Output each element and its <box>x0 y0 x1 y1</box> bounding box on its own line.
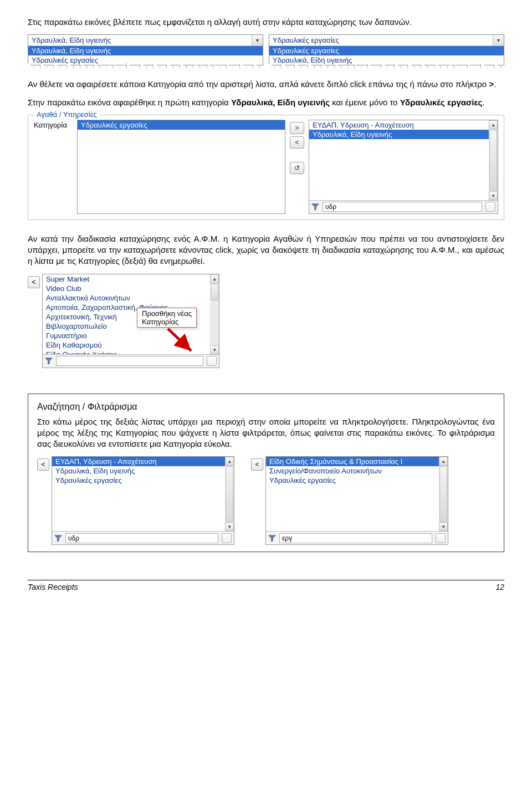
list-item[interactable]: Super Market <box>43 274 219 284</box>
refresh-icon: ↺ <box>294 164 300 172</box>
text: . <box>482 98 484 107</box>
page-number: 12 <box>495 583 504 591</box>
add-category-button[interactable] <box>207 356 217 366</box>
text: . <box>494 79 496 89</box>
scrollbar[interactable]: ▴ ▾ <box>489 120 498 200</box>
filter-input[interactable] <box>65 533 218 543</box>
scroll-up-icon[interactable]: ▴ <box>439 457 448 466</box>
clear-filter-button[interactable] <box>222 533 232 543</box>
paragraph: Αν κατά την διαδικασία καταχώρησης ενός … <box>28 233 504 267</box>
tooltip: Προσθήκη νέας Κατηγορίας <box>137 308 197 328</box>
category-listbox[interactable]: Super Market Video Club Ανταλλακτικά Αυτ… <box>42 274 219 368</box>
scroll-up-icon[interactable]: ▴ <box>225 457 234 466</box>
filter-bar <box>52 531 234 544</box>
fieldset-legend: Αγαθά / Υπηρεσίες <box>34 110 100 119</box>
list-item[interactable]: Υδραυλικά, Είδη υγιεινής <box>28 46 263 55</box>
funnel-icon <box>311 203 319 211</box>
figure-two-comboboxes: Υδραυλικά, Είδη υγιεινής ▾ Υδραυλικά, Εί… <box>28 34 504 65</box>
scroll-thumb[interactable] <box>211 284 218 300</box>
paragraph: Στις παρακάτω εικόνες βλέπετε πως εμφανί… <box>28 17 504 28</box>
scroll-down-icon[interactable]: ▾ <box>210 345 219 354</box>
funnel-icon <box>54 534 62 542</box>
frame-body: Στο κάτω μέρος της δεξιάς λίστας υπάρχει… <box>37 416 495 450</box>
callout-arrow-icon <box>165 325 198 359</box>
scroll-thumb[interactable] <box>439 466 447 522</box>
left-combobox[interactable]: Υδραυλικά, Είδη υγιεινής ▾ Υδραυλικά, Εί… <box>28 34 263 65</box>
paragraph: Στην παρακάτω εικόνα αφαιρέθηκε η πρώτη … <box>28 97 504 108</box>
text: Αν θέλετε να αφαιρέσετε κάποια Κατηγορία… <box>28 79 489 89</box>
search-filter-box: Αναζήτηση / Φιλτράρισμα Στο κάτω μέρος τ… <box>28 394 504 553</box>
funnel-icon <box>268 534 276 542</box>
list-item[interactable]: Υδραυλικές εργασίες <box>52 476 234 485</box>
scrollbar[interactable]: ▴ ▾ <box>439 457 448 531</box>
filter-example-left[interactable]: ΕΥΔΑΠ, Υδρευση - Αποχέτευση Υδραυλικά, Ε… <box>52 456 234 545</box>
scrollbar[interactable]: ▴ ▾ <box>225 457 234 531</box>
expand-button[interactable]: < <box>251 458 263 471</box>
combobox-value[interactable]: Υδραυλικά, Είδη υγιεινής <box>28 35 252 45</box>
list-item[interactable]: Υδραυλικές εργασίες <box>266 476 448 485</box>
text: Υδραυλικά, Είδη υγιεινής <box>231 98 330 107</box>
filter-bar <box>309 200 498 213</box>
funnel-icon <box>45 357 53 365</box>
filter-input[interactable] <box>323 202 482 212</box>
right-category-list[interactable]: ΕΥΔΑΠ, Υδρευση - Αποχέτευση Υδραυλικά, Ε… <box>309 120 498 214</box>
scroll-down-icon[interactable]: ▾ <box>489 191 498 200</box>
scroll-down-icon[interactable]: ▾ <box>225 522 234 531</box>
list-item[interactable]: ΕΥΔΑΠ, Υδρευση - Αποχέτευση <box>309 120 498 130</box>
list-item[interactable]: Υδραυλικές εργασίες <box>78 120 285 130</box>
expand-button[interactable]: < <box>28 276 40 288</box>
text: Στην παρακάτω εικόνα αφαιρέθηκε η πρώτη … <box>28 98 231 107</box>
scrollbar[interactable]: ▴ ▾ <box>210 274 219 354</box>
filter-input[interactable] <box>279 533 432 543</box>
tooltip-text: Προσθήκη νέας <box>142 309 192 318</box>
paragraph: Αν θέλετε να αφαιρέσετε κάποια Κατηγορία… <box>28 79 504 90</box>
list-item[interactable]: Υδραυλικές εργασίες <box>269 46 504 55</box>
list-item[interactable]: Video Club <box>43 284 219 293</box>
list-item[interactable]: Υδραυλικά, Είδη υγιεινής <box>309 130 498 139</box>
category-fieldset: Αγαθά / Υπηρεσίες Κατηγορία Υδραυλικές ε… <box>28 115 504 220</box>
filter-bar <box>266 531 448 544</box>
chevron-down-icon[interactable]: ▾ <box>252 35 263 45</box>
scroll-thumb[interactable] <box>226 466 233 522</box>
left-category-list[interactable]: Υδραυλικές εργασίες <box>77 120 285 214</box>
expand-button[interactable]: < <box>37 458 49 471</box>
scroll-thumb[interactable] <box>489 130 497 191</box>
scroll-down-icon[interactable]: ▾ <box>439 522 448 531</box>
filter-example-right[interactable]: Είδη Οδικής Σημάνσεως & Προαστασίας Ι Συ… <box>265 456 448 545</box>
list-item[interactable]: Συνεργείο/Φανοποιείο Αυτοκινήτων <box>266 466 448 476</box>
list-item[interactable]: ΕΥΔΑΠ, Υδρευση - Αποχέτευση <box>52 457 234 466</box>
text: Υδραυλικές εργασίες <box>400 98 483 107</box>
footer-title: Taxis Receipts <box>28 583 78 591</box>
move-right-button[interactable]: > <box>290 122 304 134</box>
chevron-down-icon[interactable]: ▾ <box>493 35 504 45</box>
text: και έμεινε μόνο το <box>330 98 400 107</box>
list-item[interactable]: Υδραυλικές εργασίες <box>28 55 263 65</box>
list-item[interactable]: Υδραυλικά, Είδη υγιεινής <box>269 55 504 65</box>
clear-filter-button[interactable] <box>485 202 495 212</box>
frame-title: Αναζήτηση / Φιλτράρισμα <box>37 402 495 412</box>
category-label: Κατηγορία <box>34 120 73 129</box>
text: > <box>489 79 494 89</box>
tooltip-text: Κατηγορίας <box>142 318 178 326</box>
page-footer: Taxis Receipts 12 <box>28 580 504 591</box>
refresh-button[interactable]: ↺ <box>290 162 304 174</box>
move-left-button[interactable]: < <box>290 136 304 149</box>
scroll-up-icon[interactable]: ▴ <box>489 120 498 129</box>
list-item[interactable]: Ανταλλακτικά Αυτοκινήτων <box>43 293 219 303</box>
clear-filter-button[interactable] <box>436 533 446 543</box>
combobox-value[interactable]: Υδραυλικές εργασίες <box>269 35 493 45</box>
list-item[interactable]: Είδη Οδικής Σημάνσεως & Προαστασίας Ι <box>266 457 448 466</box>
right-combobox[interactable]: Υδραυλικές εργασίες ▾ Υδραυλικές εργασίε… <box>269 34 504 65</box>
scroll-up-icon[interactable]: ▴ <box>210 274 219 283</box>
list-item[interactable]: Υδραυλικά, Είδη υγιεινής <box>52 466 234 476</box>
